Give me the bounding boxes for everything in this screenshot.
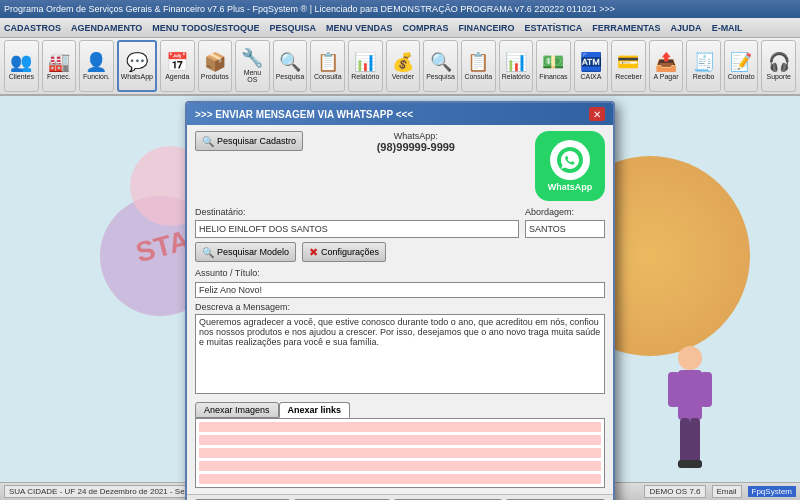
nav-agendamento[interactable]: AGENDAMENTO <box>71 23 142 33</box>
link-row-3 <box>199 448 601 458</box>
modelo-config-row: 🔍 Pesquisar Modelo ✖ Configurações <box>195 242 605 262</box>
fornec-icon: 🏭 <box>48 53 70 71</box>
btn-menu-os[interactable]: 🔧Menu OS <box>235 40 270 92</box>
recibo-icon: 🧾 <box>693 53 715 71</box>
pesquisar-cadastro-button[interactable]: 🔍 Pesquisar Cadastro <box>195 131 303 151</box>
consulta2-icon: 📋 <box>467 53 489 71</box>
btn-contrato[interactable]: 📝Contrato <box>724 40 759 92</box>
nav-pesquisa[interactable]: PESQUISA <box>270 23 317 33</box>
receber-icon: 💳 <box>617 53 639 71</box>
destinatario-input[interactable] <box>195 220 519 238</box>
nav-cadastros[interactable]: CADASTROS <box>4 23 61 33</box>
btn-suporte[interactable]: 🎧Suporte <box>761 40 796 92</box>
title-bar: Programa Ordem de Serviços Gerais & Fina… <box>0 0 800 18</box>
whatsapp-label: WhatsApp <box>548 182 593 192</box>
config-x-icon: ✖ <box>309 246 318 259</box>
modal-close-button[interactable]: ✕ <box>589 107 605 121</box>
whatsapp-icon-circle <box>550 140 590 180</box>
vender-icon: 💰 <box>392 53 414 71</box>
assunto-label: Assunto / Título: <box>195 268 605 278</box>
btn-pesquisa[interactable]: 🔍Pesquisa <box>273 40 308 92</box>
nav-menu-vendas[interactable]: MENU VENDAS <box>326 23 393 33</box>
whatsapp-info: WhatsApp: (98)99999-9999 <box>377 131 455 153</box>
btn-funcionarios[interactable]: 👤Funcion. <box>79 40 114 92</box>
whatsapp-toolbar-icon: 💬 <box>126 53 148 71</box>
caixa-icon: 🏧 <box>580 53 602 71</box>
a-pagar-icon: 📤 <box>655 53 677 71</box>
abordagem-input[interactable] <box>525 220 605 238</box>
suporte-icon: 🎧 <box>768 53 790 71</box>
destinatario-row: Destinatário: Abordagem: <box>195 207 605 238</box>
link-row-5 <box>199 474 601 484</box>
nav-ferramentas[interactable]: FERRAMENTAS <box>592 23 660 33</box>
modal-title: >>> ENVIAR MENSAGEM VIA WHATSAPP <<< <box>195 109 413 120</box>
whatsapp-phone-label: WhatsApp: <box>377 131 455 141</box>
relatorio2-icon: 📊 <box>505 53 527 71</box>
btn-financas[interactable]: 💵Financas <box>536 40 571 92</box>
btn-a-pagar[interactable]: 📤A Pagar <box>649 40 684 92</box>
btn-vender[interactable]: 💰Vender <box>386 40 421 92</box>
destinatario-label: Destinatário: <box>195 207 519 217</box>
nav-bar: CADASTROS AGENDAMENTO MENU TODOS/ESTOQUE… <box>0 18 800 38</box>
btn-produtos[interactable]: 📦Produtos <box>198 40 233 92</box>
tab-row: Anexar Imagens Anexar links <box>195 402 605 418</box>
clientes-icon: 👥 <box>10 53 32 71</box>
modal-body: 🔍 Pesquisar Cadastro WhatsApp: (98)99999… <box>187 125 613 494</box>
btn-relatorio2[interactable]: 📊Relatório <box>499 40 534 92</box>
nav-menu-todos[interactable]: MENU TODOS/ESTOQUE <box>152 23 259 33</box>
whatsapp-svg-icon <box>556 146 584 174</box>
tab-anexar-links[interactable]: Anexar links <box>279 402 351 418</box>
whatsapp-phone-value: (98)99999-9999 <box>377 141 455 153</box>
relatorio-icon: 📊 <box>354 53 376 71</box>
modal-title-bar: >>> ENVIAR MENSAGEM VIA WHATSAPP <<< ✕ <box>187 103 613 125</box>
financas-icon: 💵 <box>542 53 564 71</box>
pesquisa2-icon: 🔍 <box>430 53 452 71</box>
descricao-section: Descreva a Mensagem: Queremos agradecer … <box>195 302 605 398</box>
descricao-label: Descreva a Mensagem: <box>195 302 605 312</box>
toolbar: 👥Clientes 🏭Fornec. 👤Funcion. 💬WhatsApp 📅… <box>0 38 800 96</box>
agenda-icon: 📅 <box>166 53 188 71</box>
btn-clientes[interactable]: 👥Clientes <box>4 40 39 92</box>
btn-whatsapp[interactable]: 💬WhatsApp <box>117 40 157 92</box>
modal-footer: ✔ Enviar Mensagem ✖ Limpar Mensagem 🔍 Pe… <box>187 494 613 500</box>
app-title: Programa Ordem de Serviços Gerais & Fina… <box>4 4 615 14</box>
search-cadastro-icon: 🔍 <box>202 136 214 147</box>
tab-anexar-imagens[interactable]: Anexar Imagens <box>195 402 279 418</box>
assunto-row: Assunto / Título: <box>195 268 605 298</box>
menu-os-icon: 🔧 <box>241 49 263 67</box>
link-row-4 <box>199 461 601 471</box>
consulta-icon: 📋 <box>317 53 339 71</box>
configuracoes-button[interactable]: ✖ Configurações <box>302 242 386 262</box>
search-modelo-icon: 🔍 <box>202 247 214 258</box>
btn-pesquisa2[interactable]: 🔍Pesquisa <box>423 40 458 92</box>
abordagem-label: Abordagem: <box>525 207 605 217</box>
nav-ajuda[interactable]: AJUDA <box>671 23 702 33</box>
destinatario-col: Destinatário: <box>195 207 519 238</box>
btn-relatorio[interactable]: 📊Relatório <box>348 40 383 92</box>
pesquisa-icon: 🔍 <box>279 53 301 71</box>
produtos-icon: 📦 <box>204 53 226 71</box>
nav-financeiro[interactable]: FINANCEIRO <box>459 23 515 33</box>
btn-receber[interactable]: 💳Receber <box>611 40 646 92</box>
btn-agenda[interactable]: 📅Agenda <box>160 40 195 92</box>
btn-consulta2[interactable]: 📋Consulta <box>461 40 496 92</box>
nav-compras[interactable]: COMPRAS <box>403 23 449 33</box>
btn-caixa[interactable]: 🏧CAIXA <box>574 40 609 92</box>
btn-consulta[interactable]: 📋Consulta <box>310 40 345 92</box>
nav-email[interactable]: E-MAIL <box>712 23 743 33</box>
link-row-2 <box>199 435 601 445</box>
btn-fornecedores[interactable]: 🏭Fornec. <box>42 40 77 92</box>
whatsapp-logo: WhatsApp <box>535 131 605 201</box>
link-row-1 <box>199 422 601 432</box>
descricao-textarea[interactable]: Queremos agradecer a você, que estive co… <box>195 314 605 394</box>
assunto-input[interactable] <box>195 282 605 298</box>
pesquisar-modelo-button[interactable]: 🔍 Pesquisar Modelo <box>195 242 296 262</box>
modal-overlay: >>> ENVIAR MENSAGEM VIA WHATSAPP <<< ✕ 🔍… <box>0 96 800 500</box>
btn-recibo[interactable]: 🧾Recibo <box>686 40 721 92</box>
tab-content <box>195 418 605 488</box>
whatsapp-modal: >>> ENVIAR MENSAGEM VIA WHATSAPP <<< ✕ 🔍… <box>185 101 615 500</box>
func-icon: 👤 <box>85 53 107 71</box>
contrato-icon: 📝 <box>730 53 752 71</box>
abordagem-col: Abordagem: <box>525 207 605 238</box>
nav-estatistica[interactable]: ESTATÍSTICA <box>525 23 583 33</box>
